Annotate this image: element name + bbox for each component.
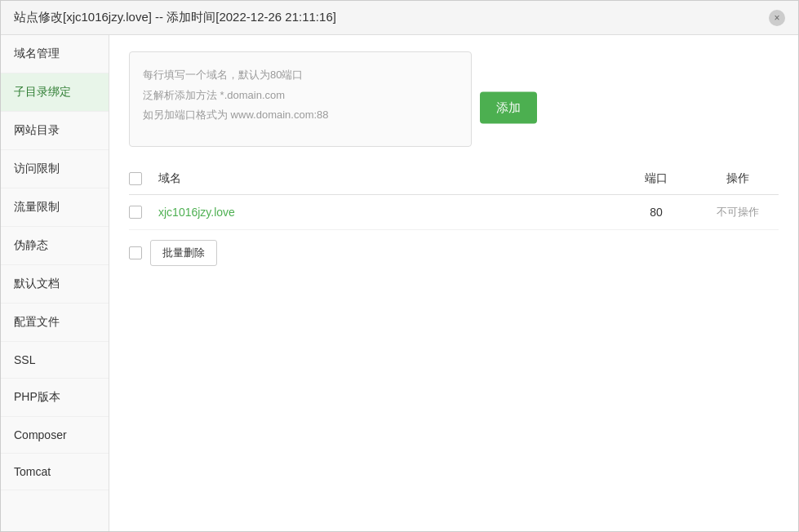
row-check bbox=[129, 206, 158, 219]
sidebar-item-5[interactable]: 伪静态 bbox=[1, 227, 109, 265]
table-header: 域名 端口 操作 bbox=[129, 163, 779, 195]
sidebar-item-7[interactable]: 配置文件 bbox=[1, 304, 109, 342]
sidebar-item-11[interactable]: Tomcat bbox=[1, 454, 109, 490]
sidebar-item-1[interactable]: 子目录绑定 bbox=[1, 73, 109, 112]
window-title: 站点修改[xjc1016jzy.love] -- 添加时间[2022-12-26… bbox=[14, 10, 336, 25]
row-domain: xjc1016jzy.love bbox=[158, 206, 615, 219]
sidebar-item-2[interactable]: 网站目录 bbox=[1, 112, 109, 150]
domain-table: 域名 端口 操作 xjc1016jzy.love 80 不可操作 bbox=[129, 163, 779, 266]
sidebar-item-10[interactable]: Composer bbox=[1, 417, 109, 454]
sidebar-item-8[interactable]: SSL bbox=[1, 342, 109, 379]
domain-link[interactable]: xjc1016jzy.love bbox=[158, 206, 235, 219]
close-button[interactable]: × bbox=[769, 10, 785, 26]
row-port: 80 bbox=[615, 206, 697, 219]
main-content: 添加 域名 端口 操作 xjc1016jzy.love bbox=[109, 35, 798, 531]
header-action: 操作 bbox=[697, 171, 779, 186]
content-area: 域名管理子目录绑定网站目录访问限制流量限制伪静态默认文档配置文件SSLPHP版本… bbox=[1, 35, 798, 531]
batch-delete-button[interactable]: 批量删除 bbox=[150, 240, 217, 266]
add-button[interactable]: 添加 bbox=[480, 91, 537, 123]
main-window: 站点修改[xjc1016jzy.love] -- 添加时间[2022-12-26… bbox=[0, 0, 799, 532]
batch-checkbox[interactable] bbox=[129, 246, 142, 259]
sidebar-item-3[interactable]: 访问限制 bbox=[1, 150, 109, 188]
select-all-checkbox[interactable] bbox=[129, 172, 142, 185]
sidebar-item-6[interactable]: 默认文档 bbox=[1, 265, 109, 304]
title-bar: 站点修改[xjc1016jzy.love] -- 添加时间[2022-12-26… bbox=[1, 1, 798, 35]
row-checkbox[interactable] bbox=[129, 206, 142, 219]
header-check bbox=[129, 172, 158, 185]
domain-textarea[interactable] bbox=[143, 65, 458, 131]
domain-input-wrapper: 添加 bbox=[129, 51, 472, 163]
header-port: 端口 bbox=[615, 171, 697, 186]
sidebar-item-0[interactable]: 域名管理 bbox=[1, 35, 109, 73]
action-text: 不可操作 bbox=[717, 206, 759, 218]
header-domain: 域名 bbox=[158, 171, 615, 186]
row-action: 不可操作 bbox=[697, 205, 779, 219]
table-row: xjc1016jzy.love 80 不可操作 bbox=[129, 195, 779, 230]
sidebar-item-4[interactable]: 流量限制 bbox=[1, 188, 109, 227]
batch-section: 批量删除 bbox=[129, 240, 779, 266]
domain-input-box bbox=[129, 51, 472, 147]
sidebar-item-9[interactable]: PHP版本 bbox=[1, 379, 109, 417]
sidebar: 域名管理子目录绑定网站目录访问限制流量限制伪静态默认文档配置文件SSLPHP版本… bbox=[1, 35, 109, 531]
